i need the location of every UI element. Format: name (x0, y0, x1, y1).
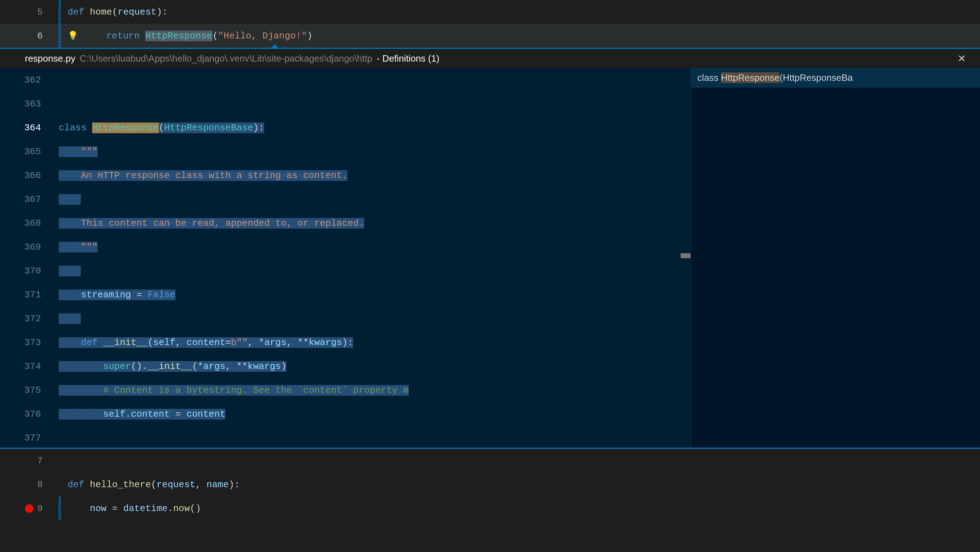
modified-indicator (58, 24, 61, 48)
line-number: 5 (0, 7, 55, 18)
peek-line-number: 376 (0, 409, 55, 420)
peek-code-line[interactable]: 362 (0, 68, 690, 92)
code-line[interactable]: 8 def hello_there(request, name): (0, 472, 980, 496)
peek-line-content[interactable]: class HttpResponse(HttpResponseBase): (55, 123, 264, 133)
peek-code-line[interactable]: 376 ········self.content = content (0, 402, 690, 426)
peek-line-content[interactable]: ····streaming = False (55, 290, 175, 300)
lightbulb-icon[interactable]: 💡 (68, 30, 78, 41)
peek-body: 362 363 364 class HttpResponse(HttpRespo… (0, 68, 980, 448)
peek-code-line[interactable]: 363 (0, 92, 690, 116)
peek-header: response.py C:\Users\luabud\Apps\hello_d… (0, 49, 980, 68)
code-line[interactable]: 7 (0, 449, 980, 472)
code-line[interactable]: 9 now = datetime.now() (0, 496, 980, 520)
peek-references-sidebar[interactable]: class HttpResponse(HttpResponseBa (690, 68, 980, 448)
gutter (55, 496, 64, 520)
peek-line-content[interactable]: ····""" (55, 146, 97, 157)
sidebar-suffix: (HttpResponseBa (780, 72, 853, 83)
peek-line-number: 369 (0, 242, 55, 252)
main-editor-bottom: 7 8 def hello_there(request, name): 9 no… (0, 449, 980, 520)
peek-code-line[interactable]: 367 (0, 187, 690, 211)
peek-line-content[interactable]: ····""" (55, 242, 97, 252)
peek-file-path: C:\Users\luabud\Apps\hello_django\.venv\… (80, 53, 372, 64)
peek-line-number: 377 (0, 433, 55, 444)
code-line[interactable]: 5 def home(request): (0, 0, 980, 24)
peek-line-number: 371 (0, 290, 55, 300)
peek-line-number: 364 (0, 123, 55, 133)
peek-code-line[interactable]: 366 ····An·HTTP·response·class·with·a·st… (0, 163, 690, 187)
peek-code-line[interactable]: 371 ····streaming = False (0, 283, 690, 306)
sidebar-match-highlight: HttpResponse (721, 72, 780, 83)
peek-line-content[interactable]: ········self.content = content (55, 409, 225, 420)
peek-code-line[interactable]: 377 (0, 426, 690, 448)
peek-line-number: 373 (0, 337, 55, 348)
code-line[interactable]: 6 💡 return HttpResponse("Hello, Django!"… (0, 24, 980, 48)
peek-code-area[interactable]: 362 363 364 class HttpResponse(HttpRespo… (0, 68, 690, 448)
line-number: 6 (0, 30, 55, 41)
peek-line-number: 370 (0, 266, 55, 276)
peek-line-content[interactable]: ····An·HTTP·response·class·with·a·string… (55, 170, 347, 181)
peek-code-line[interactable]: 370 (0, 259, 690, 283)
breakpoint-icon[interactable] (25, 504, 33, 513)
peek-code-line[interactable]: 373 ····def __init__(self, content=b"", … (0, 330, 690, 354)
line-content[interactable]: def hello_there(request, name): (64, 479, 240, 490)
peek-code-line[interactable]: 365 ····""" (0, 140, 690, 163)
main-editor-top: 5 def home(request): 6 💡 return HttpResp… (0, 0, 980, 48)
peek-line-number: 367 (0, 194, 55, 205)
peek-line-number: 363 (0, 99, 55, 109)
gutter (55, 0, 64, 24)
modified-indicator (58, 0, 61, 24)
peek-code-line[interactable]: 374 ········super().__init__(*args, **kw… (0, 354, 690, 378)
peek-pointer-triangle (270, 44, 279, 49)
line-content[interactable]: now = datetime.now() (64, 503, 201, 514)
peek-definition-widget: response.py C:\Users\luabud\Apps\hello_d… (0, 48, 980, 449)
line-content[interactable]: 💡 return HttpResponse("Hello, Django!") (64, 30, 313, 41)
peek-line-number: 366 (0, 170, 55, 181)
peek-line-number: 372 (0, 313, 55, 324)
line-number: 7 (0, 455, 55, 466)
peek-code-line[interactable]: 368 ····This·content·can·be·read,·append… (0, 211, 690, 235)
gutter (55, 24, 64, 48)
peek-results-count: - Definitions (1) (377, 53, 439, 64)
peek-line-content[interactable]: ····This·content·can·be·read,·appended·t… (55, 218, 364, 229)
close-icon[interactable]: ✕ (954, 51, 969, 66)
peek-line-number: 375 (0, 385, 55, 396)
peek-filename[interactable]: response.py (25, 53, 75, 64)
line-content[interactable]: def home(request): (64, 7, 168, 18)
peek-line-content[interactable]: ····def __init__(self, content=b"", *arg… (55, 337, 353, 348)
peek-line-content[interactable] (55, 266, 81, 276)
peek-line-content[interactable]: ········super().__init__(*args, **kwargs… (55, 361, 286, 372)
sidebar-prefix: class (697, 72, 721, 83)
peek-line-content[interactable] (55, 194, 81, 205)
peek-code-line[interactable]: 375 ········#·Content·is·a·bytestring.·S… (0, 378, 690, 402)
line-number: 8 (0, 479, 55, 490)
peek-line-number: 368 (0, 218, 55, 229)
peek-line-number: 365 (0, 146, 55, 157)
peek-code-line[interactable]: 372 (0, 306, 690, 330)
modified-indicator (58, 496, 61, 520)
peek-scroll-thumb[interactable] (681, 253, 690, 258)
peek-line-number: 374 (0, 361, 55, 372)
peek-line-content[interactable]: ········#·Content·is·a·bytestring.·See·t… (55, 385, 409, 396)
peek-code-line[interactable]: 364 class HttpResponse(HttpResponseBase)… (0, 116, 690, 140)
peek-code-line[interactable]: 369 ····""" (0, 235, 690, 259)
peek-line-number: 362 (0, 75, 55, 86)
peek-reference-item[interactable]: class HttpResponse(HttpResponseBa (691, 68, 980, 88)
peek-line-content[interactable] (55, 313, 81, 324)
